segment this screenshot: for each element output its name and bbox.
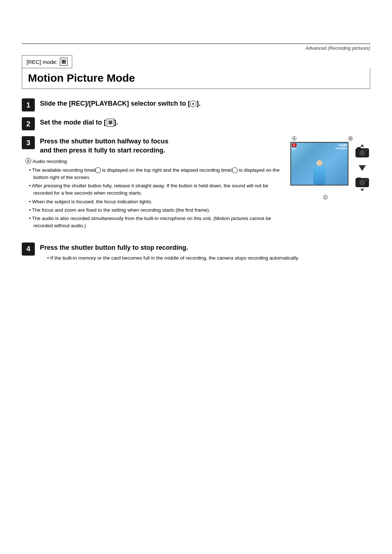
step-3-badge-row: 3 Press the shutter button halfway to fo…	[22, 135, 283, 155]
circle-a: A	[25, 158, 31, 164]
svg-point-12	[362, 182, 363, 183]
step-3-right: Ⓐ Ⓑ H ●1 60p■■	[290, 135, 370, 194]
step-1-number: 1	[26, 101, 30, 109]
camera-down-svg	[354, 176, 370, 192]
step-1-row: 1 Slide the [REC]/[PLAYBACK] selector sw…	[22, 98, 370, 111]
note-a-text: Audio recording	[33, 158, 67, 165]
cam-h-badge: H	[292, 143, 297, 147]
camera-top-icon	[354, 143, 370, 161]
label-b: Ⓑ	[348, 135, 353, 142]
step-2-row: 2 Set the mode dial to [⊞].	[22, 117, 370, 130]
step-3-note-4: • The focus and zoom are fixed to the se…	[29, 207, 283, 214]
header-label: Advanced (Recording pictures)	[22, 44, 370, 52]
svg-rect-13	[365, 179, 367, 180]
step-3-note-a: A Audio recording	[25, 158, 283, 165]
svg-rect-1	[357, 147, 361, 149]
rec-mode-bar: [REC] mode: ⊞	[22, 55, 72, 68]
step1-camera-icon: ●	[190, 101, 196, 107]
step-3-note-2: • After pressing the shutter button full…	[29, 182, 283, 197]
step-2-badge: 2	[22, 117, 35, 130]
figure-body	[313, 167, 326, 185]
svg-point-4	[362, 152, 363, 154]
cam-time: N1i13Bs	[335, 147, 347, 150]
step-1-text: Slide the [REC]/[PLAYBACK] selector swit…	[40, 98, 200, 108]
camera-bottom-icon	[354, 176, 370, 194]
step-4-number: 4	[26, 245, 30, 253]
svg-rect-9	[357, 178, 361, 180]
step-3-left: 3 Press the shutter button halfway to fo…	[22, 135, 283, 231]
step-3-badge: 3	[22, 136, 35, 149]
section-title-box: Motion Picture Mode	[22, 68, 370, 89]
circle-b-inline: B	[95, 167, 101, 173]
cam-num: ●1	[292, 147, 295, 151]
camera-wrapper: Ⓐ Ⓑ H ●1 60p■■	[290, 142, 370, 194]
step-4-title: Press the shutter button fully to stop r…	[40, 242, 370, 252]
label-c: Ⓒ	[323, 194, 328, 201]
down-arrow-icon	[357, 164, 368, 173]
camera-hud-top: H ●1 60p■■ N1i13Bs	[292, 143, 347, 151]
step-3-container: 3 Press the shutter button halfway to fo…	[22, 135, 370, 231]
step-4-badge: 4	[22, 243, 35, 256]
label-a: Ⓐ	[292, 135, 297, 142]
step-3-number: 3	[26, 139, 30, 147]
step-4-note-1: • If the built-in memory or the card bec…	[47, 254, 370, 262]
page-container: Advanced (Recording pictures) [REC] mode…	[0, 44, 392, 554]
header-text: Advanced (Recording pictures)	[306, 45, 370, 51]
cam-quality: 60p■■	[339, 143, 347, 147]
svg-marker-6	[360, 144, 364, 147]
step-4-content: Press the shutter button fully to stop r…	[40, 242, 370, 263]
camera-figure	[313, 160, 326, 185]
camera-display: H ●1 60p■■ N1i13Bs	[290, 142, 348, 186]
step-3-title-line2: and then press it fully to start recordi…	[40, 147, 165, 154]
svg-marker-14	[360, 189, 364, 191]
step-3-notes: A Audio recording • The available record…	[25, 158, 283, 229]
camera-up-svg	[354, 143, 370, 159]
step-3-title-line1: Press the shutter button halfway to focu…	[40, 138, 168, 145]
step-3-title: Press the shutter button halfway to focu…	[40, 135, 168, 155]
cam-left-info: H ●1	[292, 143, 297, 151]
step-2-number: 2	[26, 120, 30, 128]
step-3-note-3: • When the subject is focused, the focus…	[29, 198, 283, 205]
rec-mode-label: [REC] mode:	[26, 59, 58, 65]
svg-rect-5	[365, 150, 367, 151]
step2-mode-icon: ⊞	[107, 119, 114, 127]
rec-mode-icon: ⊞	[60, 58, 68, 66]
figure-head	[317, 160, 322, 166]
step-3-note-1: • The available recording time B is disp…	[29, 167, 283, 182]
step-3-note-5: • The audio is also recorded simultaneou…	[29, 215, 283, 230]
step-4-notes: • If the built-in memory or the card bec…	[44, 254, 370, 262]
step-2-text: Set the mode dial to [⊞].	[40, 117, 118, 127]
step-1-badge: 1	[22, 98, 35, 111]
step-4-container: 4 Press the shutter button fully to stop…	[22, 242, 370, 263]
cam-right-info: 60p■■ N1i13Bs	[335, 143, 347, 150]
circle-c-inline: C	[232, 167, 238, 173]
down-arrow-svg	[357, 164, 368, 172]
content-area: 1 Slide the [REC]/[PLAYBACK] selector sw…	[22, 98, 370, 263]
svg-marker-7	[359, 165, 366, 171]
icons-column	[354, 142, 370, 194]
section-title: Motion Picture Mode	[28, 72, 135, 84]
